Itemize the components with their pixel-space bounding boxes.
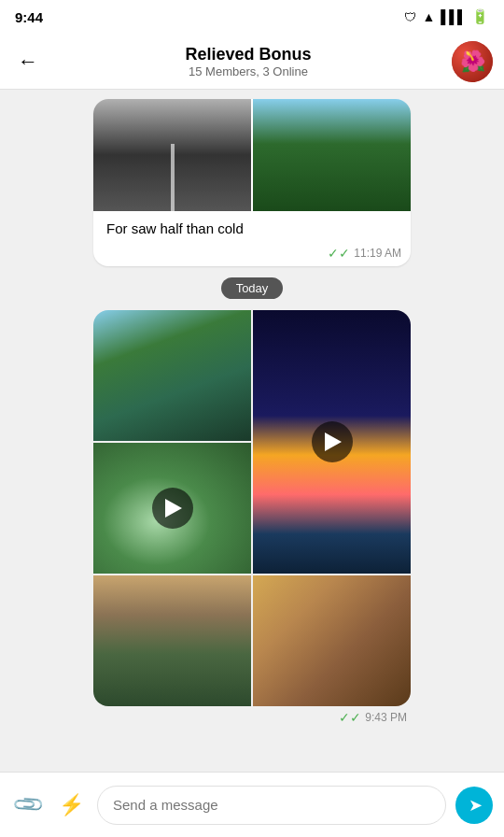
read-receipt-media: ✓✓ [339,710,361,725]
status-icons: 🛡 ▲ ▌▌▌ 🔋 [404,8,489,25]
forest-image [253,99,411,211]
image-grid-1 [93,99,411,211]
battery-icon: 🔋 [471,8,489,25]
waterfall-image [93,575,251,706]
chat-subtitle: 15 Members, 3 Online [45,64,452,78]
media-cell-book[interactable] [253,575,411,706]
media-cell-green[interactable] [93,443,251,574]
read-receipt-1: ✓✓ [328,246,350,261]
play-triangle-icon-2 [165,499,182,518]
media-message-meta: ✓✓ 9:43 PM [93,706,411,727]
attach-button[interactable]: 📎 [11,788,45,822]
chat-title: Relieved Bonus [45,45,452,64]
shield-icon: 🛡 [404,10,416,24]
media-message: ✓✓ 9:43 PM [93,310,411,727]
back-arrow-icon: ← [18,50,38,74]
bolt-icon: ⚡ [59,793,84,817]
send-button[interactable]: ➤ [455,787,493,824]
play-triangle-icon [325,433,342,451]
road-image [93,99,251,211]
message-input[interactable] [97,786,446,825]
status-bar: 9:44 🛡 ▲ ▌▌▌ 🔋 [0,0,504,34]
chat-header: ← Relieved Bonus 15 Members, 3 Online [0,34,504,90]
message-text-1: For saw half than cold [93,211,411,246]
play-button-green[interactable] [152,488,193,529]
media-cell-city[interactable] [253,310,411,574]
send-icon: ➤ [469,795,483,816]
message-meta-1: ✓✓ 11:19 AM [93,246,411,266]
book-image [253,575,411,706]
attach-icon: 📎 [10,787,45,822]
house-image [93,310,251,441]
avatar-image [452,41,493,82]
chat-area: For saw half than cold ✓✓ 11:19 AM Today [0,90,504,772]
back-button[interactable]: ← [11,45,45,78]
message-time-1: 11:19 AM [354,247,401,260]
media-cell-house[interactable] [93,310,251,441]
media-grid [93,310,411,706]
status-time: 9:44 [15,9,43,25]
date-badge: Today [221,277,284,299]
bolt-button[interactable]: ⚡ [54,788,88,822]
play-button-city[interactable] [312,421,353,462]
header-center: Relieved Bonus 15 Members, 3 Online [45,45,452,78]
media-message-time: 9:43 PM [365,711,407,724]
media-cell-waterfall[interactable] [93,575,251,706]
input-bar: 📎 ⚡ ➤ [0,772,504,837]
wifi-icon: ▲ [422,9,435,24]
message-bubble-1: For saw half than cold ✓✓ 11:19 AM [93,99,411,266]
group-avatar[interactable] [452,41,493,82]
date-divider: Today [9,277,495,299]
signal-icon: ▌▌▌ [441,9,466,24]
